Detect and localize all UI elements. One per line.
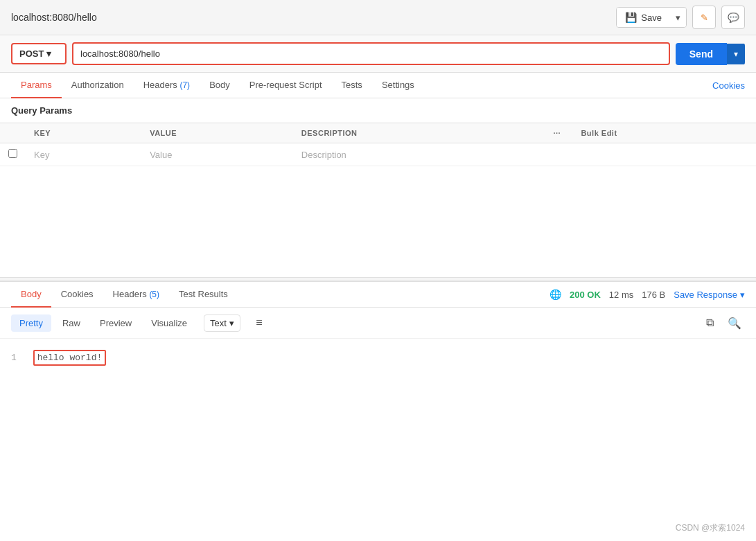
rbody-tab-pretty[interactable]: Pretty: [11, 314, 51, 332]
method-label: POST: [19, 48, 44, 59]
top-bar: localhost:8080/hello 💾 Save ▾ ✎ 💬: [0, 0, 756, 35]
save-button-group: 💾 Save ▾: [616, 7, 687, 28]
resp-tab-test-results[interactable]: Test Results: [169, 282, 238, 308]
cookies-link[interactable]: Cookies: [712, 73, 745, 98]
copy-icon: ⧉: [706, 317, 714, 329]
format-label: Text: [210, 318, 227, 328]
search-button[interactable]: 🔍: [724, 313, 745, 332]
line-number: 1: [11, 353, 17, 363]
response-content: hello world!: [33, 350, 107, 366]
page-title: localhost:8080/hello: [11, 12, 97, 23]
chevron-down-icon: ▾: [676, 12, 680, 23]
tab-prerequest[interactable]: Pre-request Script: [240, 73, 332, 98]
col-bulk-edit: Bulk Edit: [572, 123, 756, 143]
comment-button[interactable]: 💬: [721, 6, 745, 29]
url-input-wrap: [72, 42, 670, 65]
format-select[interactable]: Text ▾: [204, 314, 240, 332]
key-cell[interactable]: Key: [26, 143, 141, 166]
response-tabs: Body Cookies Headers (5) Test Results 🌐 …: [0, 282, 756, 308]
query-params-title: Query Params: [0, 98, 756, 123]
globe-icon: 🌐: [550, 289, 561, 300]
col-value: VALUE: [141, 123, 293, 143]
send-button[interactable]: Send: [676, 43, 727, 65]
resp-tab-body[interactable]: Body: [11, 282, 51, 308]
save-icon: 💾: [625, 12, 637, 23]
rbody-tab-raw[interactable]: Raw: [54, 314, 89, 332]
wrap-button[interactable]: ≡: [249, 313, 270, 332]
chevron-down-icon: ▾: [229, 318, 234, 328]
edit-button[interactable]: ✎: [692, 6, 716, 29]
status-size: 176 B: [642, 290, 665, 300]
table-row: Key Value Description: [0, 143, 756, 166]
response-code-area: 1 hello world!: [0, 339, 756, 377]
status-time: 12 ms: [609, 290, 633, 300]
empty-space: [0, 166, 756, 277]
response-body-controls: Pretty Raw Preview Visualize Text ▾ ≡ ⧉ …: [0, 308, 756, 339]
value-cell[interactable]: Value: [141, 143, 293, 166]
send-dropdown-button[interactable]: ▾: [727, 44, 745, 64]
rbody-tab-visualize[interactable]: Visualize: [143, 314, 195, 332]
comment-icon: 💬: [728, 12, 739, 23]
response-icons: ⧉ 🔍: [699, 313, 745, 332]
search-icon: 🔍: [728, 317, 741, 330]
tab-params[interactable]: Params: [11, 73, 62, 98]
tab-headers[interactable]: Headers (7): [134, 73, 200, 98]
edit-icon: ✎: [701, 12, 708, 23]
params-table: KEY VALUE DESCRIPTION ··· Bulk Edit Key …: [0, 123, 756, 166]
chevron-down-icon: ▾: [734, 49, 738, 59]
col-description: DESCRIPTION: [293, 123, 545, 143]
chevron-down-icon: ▾: [46, 48, 51, 59]
row-checkbox[interactable]: [8, 149, 17, 158]
description-cell[interactable]: Description: [293, 143, 545, 166]
chevron-down-icon: ▾: [740, 290, 745, 300]
save-response-button[interactable]: Save Response ▾: [674, 290, 745, 300]
response-section: Body Cookies Headers (5) Test Results 🌐 …: [0, 281, 756, 377]
tab-authorization[interactable]: Authorization: [62, 73, 134, 98]
tab-body[interactable]: Body: [200, 73, 240, 98]
request-tabs: Params Authorization Headers (7) Body Pr…: [0, 73, 756, 98]
url-input[interactable]: [73, 44, 669, 64]
send-button-group: Send ▾: [676, 43, 745, 65]
method-select[interactable]: POST ▾: [11, 43, 67, 64]
save-dropdown-button[interactable]: ▾: [670, 8, 686, 27]
col-key: KEY: [26, 123, 141, 143]
response-status-row: 🌐 200 OK 12 ms 176 B Save Response ▾: [550, 289, 745, 300]
tab-tests[interactable]: Tests: [332, 73, 372, 98]
col-dots: ···: [545, 123, 572, 143]
resp-tab-cookies[interactable]: Cookies: [51, 282, 103, 308]
top-bar-actions: 💾 Save ▾ ✎ 💬: [616, 6, 745, 29]
request-bar: POST ▾ Send ▾: [0, 35, 756, 73]
resp-tab-headers[interactable]: Headers (5): [103, 282, 169, 308]
rbody-tab-preview[interactable]: Preview: [91, 314, 140, 332]
copy-button[interactable]: ⧉: [699, 313, 720, 332]
wrap-icon: ≡: [256, 317, 262, 329]
status-ok: 200 OK: [570, 290, 601, 300]
tab-settings[interactable]: Settings: [372, 73, 424, 98]
save-button[interactable]: 💾 Save: [617, 8, 670, 27]
